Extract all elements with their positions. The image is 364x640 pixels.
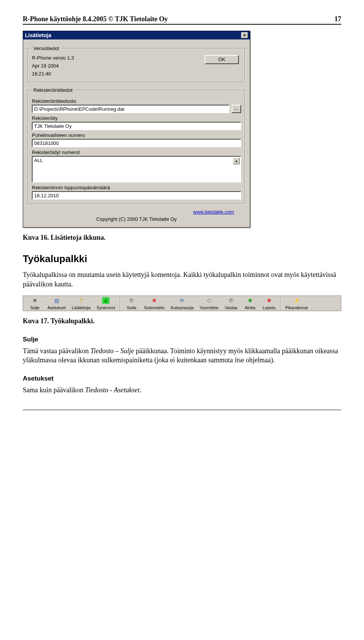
sulje-text: Tämä vastaa päävalikon Tiedosto – Sulje … <box>23 346 341 365</box>
version-line3: 16:21:40 <box>32 70 74 78</box>
expiry-input[interactable]: 18.12.2010 <box>32 191 241 200</box>
toolbar-item-lisätietoja[interactable]: ?Lisätietoja <box>69 297 94 310</box>
toolbar-separator <box>280 297 281 310</box>
numbers-textarea[interactable]: ALL ▴ <box>32 156 241 182</box>
toolbar-label: Vastaa <box>225 305 237 310</box>
numbers-label: Rekisteröidyt numerot <box>32 149 241 155</box>
toolbar-label: Synkronoi <box>97 305 115 310</box>
asetukset-icon: ▤ <box>53 297 60 304</box>
page-header: R-Phone käyttöohje 8.4.2005 © TJK Tietol… <box>23 15 341 25</box>
toolbar-item-kutsunsuoja[interactable]: ⟳Kutsunsuoja <box>168 297 197 310</box>
toolbar-item-vuorottelu[interactable]: ◇Vuorottelu <box>197 297 222 310</box>
vuorottelu-icon: ◇ <box>206 297 213 304</box>
close-icon[interactable]: × <box>241 32 248 38</box>
pikavalinnat-icon: ⚡ <box>293 297 300 304</box>
asetukset-post: . <box>140 386 141 394</box>
toolbar-label: Pikavalinnat <box>286 305 308 310</box>
registration-legend: Rekisteröintitiedot <box>32 87 74 93</box>
toolbar-item-aloita[interactable]: ✱Aloita <box>241 297 260 310</box>
aloita-icon: ✱ <box>247 297 254 304</box>
toolbar-label: Lopeta <box>263 305 276 310</box>
tyokalupalkki-heading: Työkalupalkki <box>23 253 341 265</box>
kutsunsuoja-icon: ⟳ <box>179 297 185 304</box>
phone-input[interactable]: 063181000 <box>32 139 241 147</box>
toolbar-label: Asetukset <box>47 305 66 310</box>
version-legend: Versiotiedot <box>32 46 61 51</box>
toolbar-item-pikavalinnat[interactable]: ⚡Pikavalinnat <box>282 297 311 310</box>
soita-icon: ✆ <box>128 297 135 304</box>
vastaa-icon: ✆ <box>228 297 235 304</box>
ok-button[interactable]: OK <box>205 55 239 64</box>
toolbar-label: Soitonsiirto <box>144 305 165 310</box>
version-line2: Apr 19 2004 <box>32 62 74 70</box>
toolbar-item-soitonsiirto[interactable]: ✖Soitonsiirto <box>141 297 168 310</box>
registered-label: Rekisteröity <box>32 115 241 121</box>
website-link[interactable]: www.tietolaite.com <box>28 209 245 215</box>
toolbar-item-soita[interactable]: ✆Soita <box>122 297 141 310</box>
figure-17-caption: Kuva 17. Työkalupalkki. <box>23 317 341 325</box>
sulje-pre: Tämä vastaa päävalikon <box>23 347 90 355</box>
lisatietoja-dialog: Lisätietoja × Versiotiedot R-Phone versi… <box>23 31 250 228</box>
toolbar: ✕Sulje▤Asetukset?Lisätietoja◉Synkronoi✆S… <box>23 296 341 311</box>
lisätietoja-icon: ? <box>78 297 85 304</box>
scroll-up-icon[interactable]: ▴ <box>233 157 240 164</box>
browse-button[interactable]: ... <box>232 105 241 113</box>
toolbar-item-sulje[interactable]: ✕Sulje <box>25 297 44 310</box>
sulje-icon: ✕ <box>31 297 38 304</box>
synkronoi-icon: ◉ <box>102 297 110 304</box>
reg-file-label: Rekisteröintitiedosto <box>32 98 241 104</box>
registration-group: Rekisteröintitiedot Rekisteröintitiedost… <box>28 87 245 204</box>
asetukset-text: Sama kuin päävalikon Tiedosto - Asetukse… <box>23 385 341 395</box>
dialog-title: Lisätietoja <box>25 32 51 38</box>
sulje-heading: Sulje <box>23 336 341 343</box>
registered-input[interactable]: TJK Tietolaite Oy <box>32 122 241 130</box>
numbers-value: ALL <box>34 157 43 163</box>
toolbar-label: Lisätietoja <box>72 305 91 310</box>
version-group: Versiotiedot R-Phone versio 1.3 Apr 19 2… <box>28 46 245 83</box>
toolbar-separator <box>120 297 121 310</box>
version-text: R-Phone versio 1.3 Apr 19 2004 16:21:40 <box>32 54 74 78</box>
toolbar-label: Vuorottelu <box>200 305 219 310</box>
expiry-label: Rekisteröinnin loppumispäivämäärä <box>32 185 241 190</box>
toolbar-item-vastaa[interactable]: ✆Vastaa <box>222 297 241 310</box>
toolbar-label: Kutsunsuoja <box>171 305 194 310</box>
toolbar-label: Aloita <box>245 305 256 310</box>
copyright-text: Copyright (C) 2000 TJK Tietolaite Oy <box>28 216 245 222</box>
version-line1: R-Phone versio 1.3 <box>32 54 74 62</box>
tyokalupalkki-intro: Työkalupalkissa on muutamia usein käytet… <box>23 270 341 289</box>
asetukset-pre: Sama kuin päävalikon <box>23 386 85 394</box>
toolbar-item-synkronoi[interactable]: ◉Synkronoi <box>94 297 118 310</box>
sulje-em: Tiedosto – Sulje <box>90 347 134 355</box>
reg-file-input[interactable]: D:\Projects\RPhone\EPCode\Run\reg.dat <box>32 105 229 113</box>
figure-16-caption: Kuva 16. Lisätietoja ikkuna. <box>23 234 341 242</box>
footer-rule <box>23 410 341 410</box>
dialog-titlebar: Lisätietoja × <box>23 31 250 39</box>
header-page-number: 17 <box>334 15 341 23</box>
toolbar-item-asetukset[interactable]: ▤Asetukset <box>44 297 69 310</box>
asetukset-em: Tiedosto - Asetukset <box>85 386 140 394</box>
toolbar-item-lopeta[interactable]: ✱Lopeta <box>260 297 279 310</box>
phone-label: Puhelinvaihteen numero <box>32 132 241 138</box>
dialog-body: Versiotiedot R-Phone versio 1.3 Apr 19 2… <box>23 39 250 227</box>
soitonsiirto-icon: ✖ <box>151 297 158 304</box>
toolbar-label: Sulje <box>30 305 39 310</box>
header-left: R-Phone käyttöohje 8.4.2005 © TJK Tietol… <box>23 15 168 23</box>
asetukset-heading: Asetukset <box>23 375 341 382</box>
lopeta-icon: ✱ <box>266 297 273 304</box>
toolbar-label: Soita <box>127 305 136 310</box>
